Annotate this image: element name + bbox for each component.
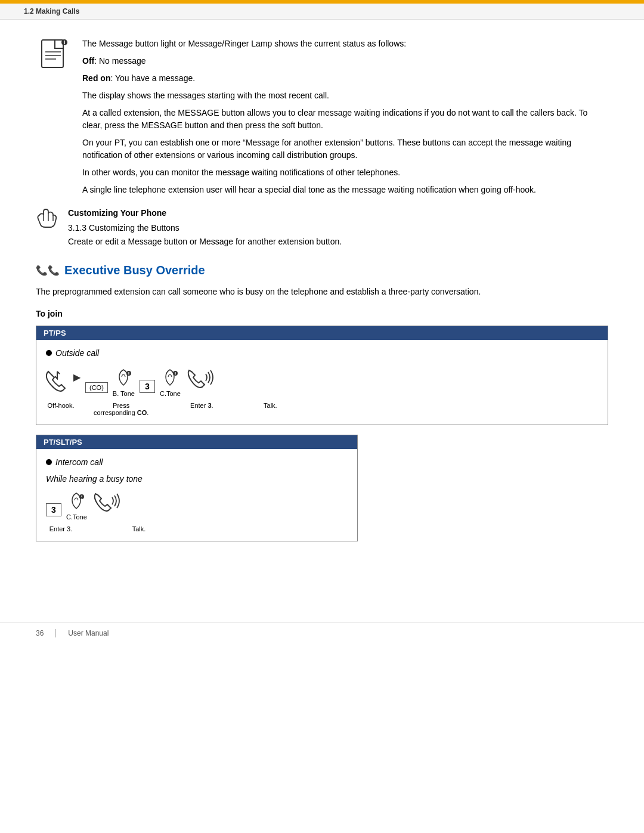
step-co: (CO) xyxy=(85,369,108,393)
outside-call-label: Outside call xyxy=(46,348,598,358)
page-content: The Message button light or Message/Ring… xyxy=(0,20,644,587)
btone-icon-wrapper xyxy=(116,365,131,389)
ctone-b-wrapper xyxy=(69,488,84,512)
key3-wrapper: 3 xyxy=(140,369,155,393)
step-key3-b: 3 xyxy=(46,493,61,516)
ctone-b-label: C.Tone xyxy=(66,513,87,521)
to-join-heading: To join xyxy=(36,309,608,318)
message-para3: On your PT, you can establish one or mor… xyxy=(82,137,608,162)
desc-ctone xyxy=(220,402,247,416)
svg-rect-0 xyxy=(42,40,63,67)
ptps-body: Outside call ▶ xyxy=(36,340,608,425)
message-para1: The display shows the messages starting … xyxy=(82,89,608,102)
step-talk-b xyxy=(92,493,122,516)
page-number: 36 xyxy=(36,629,44,637)
step-key3: 3 xyxy=(140,369,155,393)
ptps-desc-row: Off-hook. Press corresponding CO. Enter … xyxy=(46,402,598,416)
ptsltps-steps-row: 3 C.Tone xyxy=(46,488,348,521)
offhook-phone-icon xyxy=(46,370,69,393)
step-ctone-b: C.Tone xyxy=(66,488,87,521)
executive-title-text: Executive Busy Override xyxy=(64,264,205,277)
ctone-label: C.Tone xyxy=(160,390,181,397)
desc-talk-b: Talk. xyxy=(121,525,157,532)
message-intro: The Message button light or Message/Ring… xyxy=(82,38,608,50)
step-offhook xyxy=(46,369,69,393)
bullet-dot2 xyxy=(46,459,52,465)
co-button: (CO) xyxy=(85,382,108,393)
bullet-dot xyxy=(46,350,52,356)
offhook-icon-wrapper xyxy=(46,369,69,393)
btone-icon xyxy=(116,368,131,389)
talk-icon-wrapper xyxy=(185,369,215,393)
executive-title: 📞📞 Executive Busy Override xyxy=(36,264,608,277)
message-text: The Message button light or Message/Ring… xyxy=(82,38,608,196)
while-hearing: While hearing a busy tone xyxy=(46,474,348,484)
co-icon-wrapper: (CO) xyxy=(85,369,108,393)
customizing-line2: Create or edit a Message button or Messa… xyxy=(68,236,342,248)
talk-b-icon xyxy=(92,491,122,516)
message-red: Red on: You have a message. xyxy=(82,72,608,85)
step-ctone: C.Tone xyxy=(160,365,181,397)
message-section: The Message button light or Message/Ring… xyxy=(36,38,608,196)
hand-icon xyxy=(36,208,60,230)
footer-divider xyxy=(55,629,56,637)
desc-arrow-space xyxy=(80,402,89,416)
btone-label: B. Tone xyxy=(113,390,135,397)
customizing-heading: Customizing Your Phone xyxy=(68,207,342,219)
ptsltps-header: PT/SLT/PS xyxy=(36,435,357,449)
customizing-icon xyxy=(36,208,60,234)
intercom-call-label: Intercom call xyxy=(46,457,348,467)
talk-phone-icon xyxy=(185,368,215,393)
talk-b-wrapper xyxy=(92,493,122,516)
step-talk xyxy=(185,369,215,393)
desc-btone-space xyxy=(153,402,183,416)
message-off: Off: No message xyxy=(82,55,608,67)
ptps-steps-row: ▶ (CO) xyxy=(46,365,598,397)
message-para2: At a called extension, the MESSAGE butto… xyxy=(82,107,608,132)
arrow1: ▶ xyxy=(73,371,80,383)
section-header: 1.2 Making Calls xyxy=(0,4,644,20)
message-para5: A single line telephone extension user w… xyxy=(82,184,608,196)
section-label: 1.2 Making Calls xyxy=(24,7,79,16)
ptps-instruction-box: PT/PS Outside call xyxy=(36,326,608,425)
ptsltps-desc-row: Enter 3. Talk. xyxy=(46,525,348,532)
desc-enter3: Enter 3. xyxy=(188,402,215,416)
ctone-icon-wrapper xyxy=(162,365,178,389)
customizing-section: Customizing Your Phone 3.1.3 Customizing… xyxy=(36,207,608,249)
customizing-line1: 3.1.3 Customizing the Buttons xyxy=(68,222,342,234)
ctone-b-icon xyxy=(69,492,84,512)
desc-talk: Talk. xyxy=(252,402,288,416)
footer-label: User Manual xyxy=(68,629,109,637)
page-footer: 36 User Manual xyxy=(0,623,644,643)
desc-enter3-b: Enter 3. xyxy=(46,525,76,532)
ctone-icon xyxy=(162,368,178,389)
document-icon xyxy=(38,39,69,73)
executive-description: The preprogrammed extension can call som… xyxy=(36,286,608,298)
phone-icons: 📞📞 xyxy=(36,265,60,276)
key3b-wrapper: 3 xyxy=(46,493,61,516)
ptsltps-body: Intercom call While hearing a busy tone … xyxy=(36,449,357,541)
ptsltps-instruction-box: PT/SLT/PS Intercom call While hearing a … xyxy=(36,435,358,541)
desc-ctone-b xyxy=(80,525,116,532)
desc-press: Press corresponding CO. xyxy=(94,402,148,416)
step-btone: B. Tone xyxy=(113,365,135,397)
ptps-header: PT/PS xyxy=(36,326,608,340)
message-para4: In other words, you can monitor the mess… xyxy=(82,166,608,179)
customizing-content: Customizing Your Phone 3.1.3 Customizing… xyxy=(68,207,342,249)
note-icon-area xyxy=(36,38,72,73)
desc-offhook: Off-hook. xyxy=(46,402,76,416)
